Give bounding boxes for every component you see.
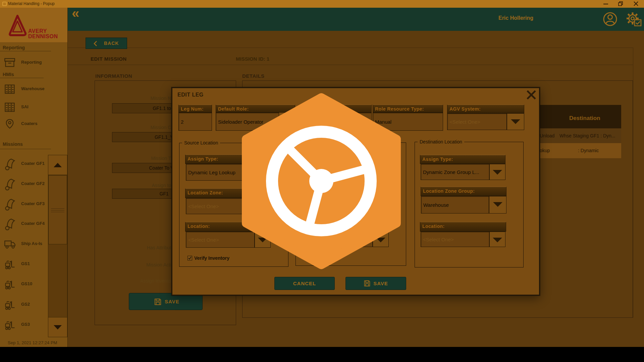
sidebar-section-hmis: HMIs [3, 72, 14, 77]
scroll-up-button[interactable] [48, 155, 67, 175]
field-label: Assign Invento [111, 278, 171, 284]
scroll-down-icon [54, 325, 62, 329]
field-label: Mission N [111, 96, 171, 101]
user-avatar-icon[interactable] [603, 12, 617, 26]
table-cell: okup [540, 148, 550, 153]
back-button[interactable]: BACK [86, 38, 127, 49]
dest-assign-type-select[interactable]: Dynamic Zone Group L... [421, 164, 489, 180]
sidebar-item-gs1[interactable]: GS1 [0, 258, 47, 270]
sidebar-item-ship-as-is[interactable]: Ship As-Is [0, 238, 47, 250]
sidebar: Reporting Reporting HMIs Warehouse SAI [0, 42, 68, 347]
sidebar-item-coater-gf2[interactable]: Coater GF2 [0, 178, 47, 190]
field-label: Mission C [111, 125, 171, 130]
forklift-icon [4, 299, 16, 311]
shelf-icon [4, 102, 15, 113]
dest-location-zone-group-select[interactable]: Warehouse [421, 196, 489, 214]
minimize-button[interactable] [602, 1, 609, 7]
roll-icon [4, 178, 16, 191]
sidebar-item-warehouse[interactable]: Warehouse [0, 83, 47, 95]
sidebar-item-coater-gf3[interactable]: Coater GF3 [0, 198, 47, 210]
forklift-icon [4, 319, 16, 331]
collapse-sidebar-icon[interactable]: « [72, 6, 79, 21]
save-floppy-icon [364, 280, 371, 287]
archive-icon [4, 57, 15, 68]
roll-icon [4, 198, 16, 212]
forklift-icon [4, 278, 16, 291]
source-location-title: Source Location [182, 140, 220, 145]
screen: Material Handling - Popup « Eric Holleri… [0, 0, 644, 362]
dest-assign-type-dropdown-button[interactable] [489, 164, 505, 180]
destination-location-title: Destination Location [418, 139, 464, 144]
chevron-down-icon [511, 119, 520, 124]
scrollbar-thumb[interactable] [48, 175, 67, 244]
page-title: EDIT MISSION [91, 56, 127, 62]
agv-system-select[interactable]: <Select One> [447, 113, 507, 130]
dest-location-dropdown-button[interactable] [489, 232, 505, 247]
brand-name: AVERY DENNISON [28, 28, 58, 39]
agv-system-dropdown-button[interactable] [507, 113, 524, 130]
shelf-icon [4, 83, 15, 95]
agv-system-label: AGV System: [447, 105, 524, 113]
cancel-button[interactable]: CANCEL [274, 277, 335, 290]
roll-icon [4, 158, 16, 171]
sidebar-item-reporting[interactable]: Reporting [0, 56, 47, 68]
sidebar-item-gs2[interactable]: GS2 [0, 298, 47, 310]
information-heading: INFORMATION [95, 73, 132, 79]
app-icon [2, 2, 7, 6]
table-cell: Unload [540, 133, 554, 138]
forklift-icon [4, 258, 16, 271]
app-header: « Eric Hollering [68, 8, 644, 31]
dest-location-label: Location: [420, 222, 506, 232]
details-heading: DETAILS [242, 73, 265, 79]
sidebar-item-coater-gf1[interactable]: Coater GF1 [0, 158, 47, 170]
app-window: Material Handling - Popup « Eric Holleri… [0, 0, 644, 347]
field-label: Has Attribut [111, 245, 171, 250]
dest-location-select[interactable]: <Select One> [421, 232, 489, 247]
sidebar-item-sai[interactable]: SAI [0, 101, 47, 113]
window-titlebar: Material Handling - Popup [0, 0, 644, 8]
dest-assign-type-label: Assign Type: [420, 155, 505, 164]
field-label: Mission T [111, 156, 171, 161]
scroll-up-icon [54, 163, 62, 167]
leg-num-label: Leg Num: [178, 105, 212, 113]
mission-id: MISSION ID: 1 [236, 56, 269, 62]
status-timestamp: Sep 1, 2021 12:27:24 PM [8, 340, 57, 345]
chevron-down-icon [493, 238, 502, 242]
verify-inventory-label: Verify Inventory [194, 255, 229, 261]
dialog-title: EDIT LEG [177, 92, 204, 98]
close-icon[interactable] [526, 89, 537, 100]
destination-location-group: Destination Location Assign Type: Dynami… [415, 142, 524, 267]
sidebar-section-reporting: Reporting [3, 45, 25, 50]
chevron-down-icon [493, 170, 502, 175]
restore-button[interactable] [618, 1, 624, 7]
sidebar-section-missions: Missions [3, 141, 23, 147]
scroll-down-button[interactable] [48, 317, 67, 337]
settings-gear-icon[interactable] [626, 12, 642, 27]
roll-icon [4, 218, 16, 231]
loading-spinner-icon [236, 87, 406, 275]
dest-location-zone-group-dropdown-button[interactable] [489, 196, 506, 214]
close-window-button[interactable] [633, 1, 639, 7]
sidebar-item-gs3[interactable]: GS3 [0, 318, 47, 330]
window-title: Material Handling - Popup [8, 1, 55, 6]
leg-num-input[interactable]: 2 [178, 113, 212, 131]
table-cell: : Dynamic [578, 148, 599, 153]
sidebar-scrollbar[interactable] [48, 155, 67, 337]
table-cell: Whse Staging GF1 : Dyn... [559, 133, 615, 138]
field-label: Assign to [111, 183, 171, 188]
avery-dennison-logo-icon [8, 14, 27, 38]
sidebar-item-coater-gf4[interactable]: Coater GF4 [0, 218, 47, 230]
sidebar-item-coaters[interactable]: Coaters [0, 118, 47, 130]
chevron-down-icon [493, 202, 502, 207]
brand-panel: AVERY DENNISON [0, 8, 68, 42]
sidebar-item-gs10[interactable]: GS10 [0, 278, 47, 290]
dest-location-zone-group-label: Location Zone Group: [421, 187, 506, 196]
map-pin-icon [4, 118, 15, 130]
truck-icon [4, 238, 16, 251]
verify-inventory-checkbox[interactable] [187, 256, 192, 260]
field-label: Mission Acti [111, 262, 171, 267]
user-name: Eric Hollering [498, 15, 533, 21]
save-button[interactable]: SAVE [345, 277, 406, 290]
